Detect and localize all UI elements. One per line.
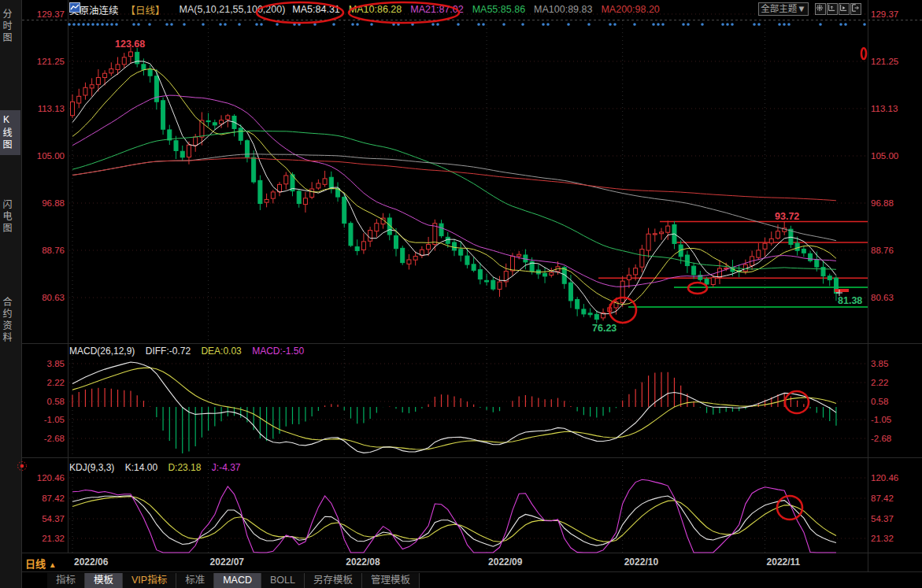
macd-axis-left-5: -2.68	[24, 433, 65, 444]
macd-title: MACD(26,12,9)	[69, 346, 135, 357]
ma-value-4: MA55:85.86	[472, 4, 525, 15]
exit-right-icon[interactable]	[850, 3, 861, 15]
ma-value-2: MA10:86.28	[349, 4, 402, 15]
ma-values-group: MA5:84.31MA10:86.28MA21:87.02MA55:85.86M…	[292, 4, 659, 15]
price-axis-left-7: 80.63	[24, 292, 65, 303]
date-label-6: 2022/11	[767, 557, 801, 568]
bottom-tab-7[interactable]: 另存模板	[305, 573, 362, 588]
date-label-3: 2022/08	[346, 557, 380, 568]
price-axis-right-3: 113.13	[871, 103, 898, 114]
price-callout-81.38: 81.38	[838, 295, 862, 306]
price-callout-93.72: 93.72	[775, 211, 799, 222]
date-label-2: 2022/07	[210, 557, 244, 568]
timeframe-selector[interactable]: 日线 ▲	[25, 556, 57, 571]
ma-settings-label: MA(5,10,21,55,100,200)	[180, 4, 286, 15]
macd-axis-left-2: 2.22	[24, 377, 65, 388]
sidebar-item-2[interactable]: K线图	[0, 110, 20, 155]
macd-axis-left-4: -1.05	[24, 414, 65, 425]
price-axis-right-7: 80.63	[871, 292, 894, 303]
macd-axis-right-5: -2.68	[871, 433, 891, 444]
price-axis-left-4: 105.00	[24, 150, 65, 161]
macd-dea-value: DEA:0.03	[201, 346, 241, 357]
price-callout-123.68: 123.68	[115, 39, 145, 50]
chart-axis-play-icon[interactable]	[839, 3, 850, 15]
price-axis-left-1: 129.37	[24, 9, 65, 20]
kdj-k-value: K:14.00	[125, 462, 157, 473]
kdj-axis-left-2: 87.42	[24, 493, 65, 504]
kdj-j-value: J:-4.37	[212, 462, 241, 473]
kdj-d-value: D:23.18	[168, 462, 201, 473]
price-axis-right-6: 88.76	[871, 245, 894, 256]
diff-line	[72, 362, 836, 453]
ma-value-6: MA200:98.20	[601, 4, 659, 15]
k-line	[72, 496, 836, 547]
period-tag: 【日线】	[126, 2, 165, 17]
kdj-axis-right-1: 120.46	[871, 472, 898, 483]
macd-diff-value: DIFF:-0.72	[146, 346, 191, 357]
kdj-panel-header: KDJ(9,3,3) K:14.00 D:23.18 J:-4.37	[69, 462, 248, 473]
ma-value-1: MA5:84.31	[292, 4, 339, 15]
kdj-axis-right-2: 87.42	[871, 493, 894, 504]
macd-axis-left-3: 0.58	[24, 396, 65, 407]
macd-axis-right-2: 2.22	[871, 377, 888, 388]
bottom-tab-4[interactable]: 标准	[176, 573, 214, 588]
crosshair-icon[interactable]	[815, 3, 826, 15]
bottom-tab-5[interactable]: MACD	[214, 573, 261, 588]
ma100-line	[72, 154, 836, 241]
macd-macd-value: MACD:-1.50	[252, 346, 304, 357]
chart-axis-up-icon[interactable]	[827, 3, 838, 15]
ma21-line	[72, 95, 836, 287]
macd-panel-header: MACD(26,12,9) DIFF:-0.72 DEA:0.03 MACD:-…	[69, 346, 312, 357]
timeframe-label: 日线	[25, 558, 46, 570]
sidebar-item-4[interactable]: 合约资料	[0, 293, 20, 348]
date-label-4: 2022/09	[488, 557, 522, 568]
date-label-5: 2022/10	[624, 557, 658, 568]
date-label-1: 2022/06	[74, 557, 108, 568]
bottom-tab-bar: 指标模板VIP指标标准MACDBOLL另存模板管理模板	[47, 573, 420, 588]
kdj-axis-right-3: 54.37	[871, 513, 894, 524]
macd-axis-right-3: 0.58	[871, 396, 888, 407]
ma-value-3: MA21:87.02	[410, 4, 463, 15]
price-axis-right-4: 105.00	[871, 150, 898, 161]
kdj-axis-right-4: 21.32	[871, 533, 894, 544]
trend-lines-layer[interactable]	[598, 221, 868, 307]
j-line	[72, 479, 836, 553]
kdj-axis-left-4: 21.32	[24, 533, 65, 544]
event-dots-row	[68, 23, 866, 26]
kdj-axis-left-1: 120.46	[24, 472, 65, 483]
kdj-layer	[72, 479, 836, 553]
bottom-tab-3[interactable]: VIP指标	[123, 573, 176, 588]
timeframe-arrow-icon: ▲	[49, 560, 57, 569]
price-axis-right-1: 129.37	[871, 9, 898, 20]
bottom-tab-6[interactable]: BOLL	[261, 573, 305, 588]
kdj-axis-left-3: 54.37	[24, 513, 65, 524]
ma-value-5: MA100:89.83	[534, 4, 592, 15]
bottom-tab-1[interactable]: 指标	[47, 573, 85, 588]
bottom-tab-2[interactable]: 模板	[85, 573, 123, 588]
sidebar-item-1[interactable]: 分时图	[0, 5, 20, 48]
macd-layer	[72, 362, 836, 453]
macd-axis-right-4: -1.05	[871, 414, 891, 425]
chart-header: 美原油连续 【日线】 MA(5,10,21,55,100,200) MA5:84…	[69, 2, 660, 17]
sidebar-item-3[interactable]: 闪电图	[0, 195, 20, 239]
price-axis-left-2: 121.25	[24, 56, 65, 67]
left-sidebar: 分时图K线图闪电图合约资料	[0, 0, 22, 588]
macd-axis-right-1: 3.85	[871, 358, 888, 369]
bottom-tab-8[interactable]: 管理模板	[362, 573, 420, 588]
price-axis-left-6: 88.76	[24, 245, 65, 256]
price-axis-left-3: 113.13	[24, 103, 65, 114]
chart-canvas[interactable]	[0, 0, 922, 588]
price-callout-76.23: 76.23	[592, 323, 617, 334]
macd-axis-left-1: 3.85	[24, 358, 65, 369]
price-axis-right-2: 121.25	[871, 56, 898, 67]
candles-layer	[71, 47, 839, 324]
kdj-title: KDJ(9,3,3)	[69, 462, 114, 473]
trading-terminal-window: 分时图K线图闪电图合约资料 美原油连续 【日线】 MA(5,10,21,55,1…	[0, 0, 922, 588]
price-axis-right-5: 96.88	[871, 198, 894, 209]
price-axis-left-5: 96.88	[24, 198, 65, 209]
all-themes-dropdown[interactable]: 全部主题▼	[758, 2, 809, 16]
